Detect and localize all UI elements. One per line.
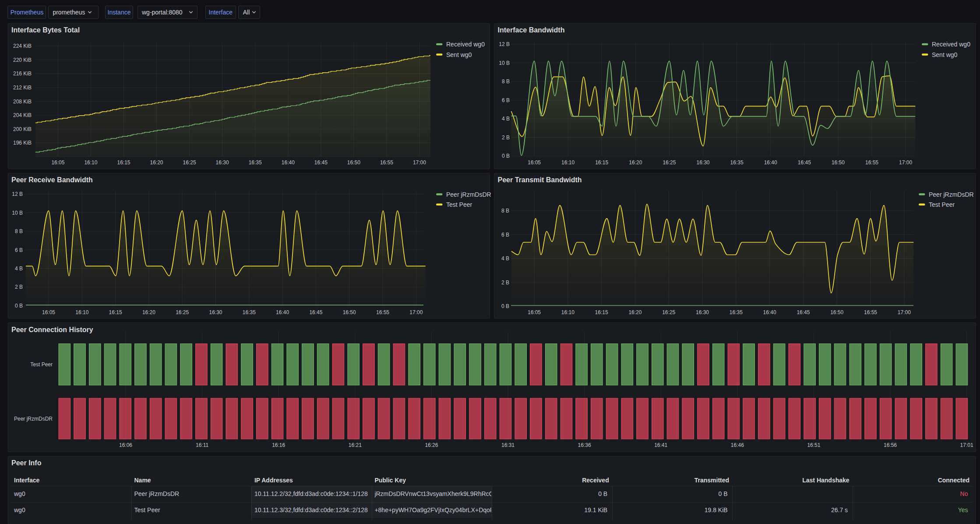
- svg-text:Sent wg0: Sent wg0: [446, 51, 472, 58]
- svg-text:16:31: 16:31: [501, 442, 515, 448]
- svg-text:16:30: 16:30: [209, 309, 222, 315]
- svg-text:Test Peer: Test Peer: [446, 201, 472, 208]
- svg-text:16:40: 16:40: [276, 309, 289, 315]
- svg-text:16:05: 16:05: [42, 309, 55, 315]
- svg-text:Peer Transmit Bandwidth: Peer Transmit Bandwidth: [498, 176, 582, 184]
- svg-text:10 B: 10 B: [499, 60, 510, 66]
- svg-text:17:00: 17:00: [409, 309, 423, 315]
- svg-text:Peer jRzmDsDR: Peer jRzmDsDR: [14, 416, 53, 422]
- svg-text:16:50: 16:50: [830, 309, 843, 315]
- svg-text:212 KiB: 212 KiB: [13, 85, 32, 91]
- svg-text:16:35: 16:35: [730, 309, 743, 315]
- svg-text:0 B: 0 B: [502, 153, 510, 159]
- svg-text:17:00: 17:00: [898, 309, 911, 315]
- svg-text:204 KiB: 204 KiB: [13, 112, 32, 118]
- svg-text:0 B: 0 B: [15, 303, 23, 309]
- svg-text:16:46: 16:46: [731, 442, 744, 448]
- svg-text:16:55: 16:55: [864, 309, 877, 315]
- svg-text:16:50: 16:50: [347, 159, 360, 166]
- svg-text:216 KiB: 216 KiB: [13, 71, 32, 77]
- svg-text:16:11: 16:11: [196, 442, 208, 448]
- svg-text:200 KiB: 200 KiB: [13, 126, 32, 132]
- svg-text:2 B: 2 B: [502, 135, 510, 141]
- svg-text:6 B: 6 B: [15, 247, 23, 253]
- svg-text:16:20: 16:20: [628, 309, 642, 315]
- svg-text:Interface Bandwidth: Interface Bandwidth: [498, 26, 565, 34]
- svg-text:16:36: 16:36: [578, 442, 591, 448]
- svg-text:16:05: 16:05: [528, 309, 541, 315]
- svg-text:16:10: 16:10: [561, 159, 575, 166]
- svg-text:16:15: 16:15: [595, 159, 608, 166]
- svg-text:16:15: 16:15: [109, 309, 122, 315]
- svg-text:16:45: 16:45: [797, 309, 810, 315]
- svg-text:16:35: 16:35: [249, 159, 262, 166]
- svg-text:16:56: 16:56: [884, 442, 897, 448]
- svg-text:16:15: 16:15: [117, 159, 130, 166]
- svg-text:16:15: 16:15: [595, 309, 608, 315]
- svg-text:2 B: 2 B: [501, 280, 509, 286]
- svg-text:196 KiB: 196 KiB: [13, 140, 32, 146]
- svg-text:16:25: 16:25: [662, 309, 675, 315]
- svg-text:4 B: 4 B: [15, 266, 23, 272]
- svg-text:16:40: 16:40: [282, 159, 295, 166]
- svg-text:8 B: 8 B: [502, 78, 510, 85]
- svg-text:208 KiB: 208 KiB: [13, 99, 32, 105]
- svg-text:16:06: 16:06: [119, 442, 132, 448]
- svg-text:17:00: 17:00: [413, 159, 426, 166]
- svg-text:Peer jRzmDsDR: Peer jRzmDsDR: [446, 191, 491, 198]
- svg-text:16:40: 16:40: [763, 309, 776, 315]
- svg-text:12 B: 12 B: [12, 191, 23, 197]
- svg-text:16:41: 16:41: [654, 442, 667, 448]
- svg-text:Test Peer: Test Peer: [30, 361, 53, 368]
- svg-text:224 KiB: 224 KiB: [13, 43, 32, 49]
- svg-text:6 B: 6 B: [501, 232, 509, 238]
- svg-text:Received wg0: Received wg0: [446, 41, 485, 48]
- svg-text:8 B: 8 B: [15, 228, 23, 234]
- svg-text:220 KiB: 220 KiB: [13, 57, 32, 63]
- svg-text:16:25: 16:25: [663, 159, 676, 166]
- svg-text:16:20: 16:20: [150, 159, 163, 166]
- svg-text:Peer Connection History: Peer Connection History: [11, 326, 93, 333]
- svg-text:Received wg0: Received wg0: [932, 41, 970, 48]
- svg-text:16:40: 16:40: [764, 159, 777, 166]
- svg-text:Sent wg0: Sent wg0: [932, 51, 958, 58]
- svg-text:10 B: 10 B: [12, 210, 23, 216]
- svg-text:16:50: 16:50: [343, 309, 356, 315]
- svg-text:Peer jRzmDsDR: Peer jRzmDsDR: [929, 191, 974, 198]
- svg-text:16:55: 16:55: [380, 159, 393, 166]
- svg-text:4 B: 4 B: [501, 255, 509, 262]
- svg-text:16:26: 16:26: [425, 442, 438, 448]
- svg-text:16:10: 16:10: [561, 309, 575, 315]
- svg-text:16:05: 16:05: [51, 159, 64, 166]
- svg-text:8 B: 8 B: [501, 208, 509, 214]
- svg-text:16:16: 16:16: [272, 442, 285, 448]
- svg-text:16:30: 16:30: [216, 159, 229, 166]
- svg-text:16:51: 16:51: [807, 442, 820, 448]
- svg-text:16:30: 16:30: [696, 309, 709, 315]
- svg-text:16:10: 16:10: [75, 309, 88, 315]
- svg-text:0 B: 0 B: [501, 303, 509, 309]
- svg-text:16:20: 16:20: [142, 309, 155, 315]
- svg-text:16:30: 16:30: [696, 159, 709, 166]
- svg-text:16:45: 16:45: [314, 159, 328, 166]
- svg-text:6 B: 6 B: [502, 97, 510, 103]
- svg-text:16:35: 16:35: [243, 309, 256, 315]
- svg-text:16:50: 16:50: [832, 159, 845, 166]
- svg-text:16:21: 16:21: [349, 442, 362, 448]
- svg-text:17:01: 17:01: [960, 442, 973, 448]
- svg-text:16:45: 16:45: [798, 159, 811, 166]
- svg-text:16:35: 16:35: [730, 159, 744, 166]
- svg-text:16:05: 16:05: [528, 159, 541, 166]
- svg-text:Peer Receive Bandwidth: Peer Receive Bandwidth: [11, 176, 93, 184]
- svg-text:17:00: 17:00: [899, 159, 912, 166]
- svg-text:16:55: 16:55: [376, 309, 389, 315]
- svg-text:16:20: 16:20: [629, 159, 642, 166]
- svg-text:16:25: 16:25: [183, 159, 196, 166]
- svg-text:2 B: 2 B: [15, 284, 23, 290]
- svg-text:16:10: 16:10: [84, 159, 97, 166]
- svg-text:16:55: 16:55: [865, 159, 878, 166]
- svg-text:Test Peer: Test Peer: [929, 201, 955, 208]
- svg-text:16:45: 16:45: [309, 309, 322, 315]
- svg-text:16:25: 16:25: [176, 309, 189, 315]
- svg-text:4 B: 4 B: [502, 116, 510, 122]
